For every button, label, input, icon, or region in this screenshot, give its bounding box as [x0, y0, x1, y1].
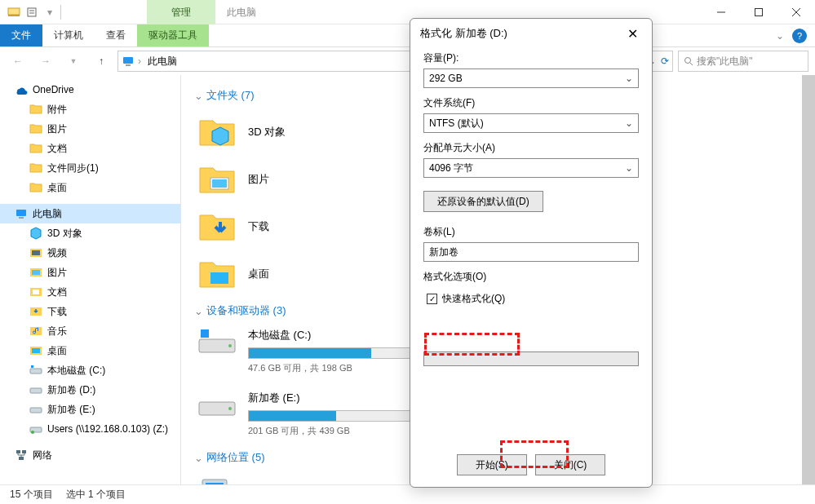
breadcrumb-thispc[interactable]: 此电脑: [144, 53, 180, 70]
sidebar-thispc[interactable]: 此电脑: [0, 204, 180, 223]
sidebar-item-label: 文件同步(1): [47, 161, 99, 175]
sidebar-item-label: 下载: [47, 305, 67, 319]
properties-icon[interactable]: [24, 5, 39, 20]
allocation-select[interactable]: 4096 字节⌄: [423, 158, 639, 178]
sidebar-item-label: 新加卷 (D:): [47, 383, 95, 397]
volume-label: 卷标(L): [423, 225, 639, 239]
sidebar-item-drive-d[interactable]: 新加卷 (D:): [0, 380, 180, 400]
chevron-down-icon: ⌄: [194, 305, 203, 317]
svg-rect-0: [8, 8, 20, 15]
qat-dropdown-icon[interactable]: ▾: [42, 5, 57, 20]
navigation-pane[interactable]: OneDrive 附件 图片 文档 文件同步(1) 桌面 此电脑 3D 对象 视…: [0, 75, 181, 484]
svg-rect-20: [33, 290, 39, 294]
restore-defaults-button[interactable]: 还原设备的默认值(D): [423, 191, 543, 212]
svg-rect-26: [31, 365, 33, 368]
drive-icon: [29, 383, 42, 396]
tab-computer[interactable]: 计算机: [42, 24, 95, 46]
svg-rect-6: [755, 8, 763, 15]
status-selected-count: 选中 1 个项目: [66, 488, 126, 502]
sidebar-item-videos[interactable]: 视频: [0, 243, 180, 263]
folder-icon: [29, 142, 42, 155]
title-bar: ▾: [0, 0, 815, 24]
sidebar-item-label: 附件: [47, 103, 67, 117]
chevron-down-icon: ⌄: [194, 90, 203, 102]
minimize-button[interactable]: [702, 0, 740, 24]
sidebar-item-label: 桌面: [47, 181, 67, 195]
ribbon-context-title-manage: 管理: [147, 0, 215, 24]
sidebar-item-pictures-od[interactable]: 图片: [0, 119, 180, 139]
forward-button[interactable]: →: [34, 50, 57, 73]
sidebar-item-downloads[interactable]: 下载: [0, 302, 180, 321]
sidebar-item-music[interactable]: 音乐: [0, 321, 180, 341]
sidebar-item-documents-od[interactable]: 文档: [0, 139, 180, 158]
svg-rect-18: [32, 270, 40, 275]
folder-icon: [29, 122, 42, 135]
svg-rect-38: [201, 329, 209, 338]
svg-line-12: [690, 63, 693, 65]
volume-value: 新加卷: [429, 245, 458, 259]
desktop-icon: [29, 344, 42, 357]
tab-file[interactable]: 文件: [0, 24, 42, 46]
network-icon: [15, 449, 28, 462]
svg-rect-33: [19, 457, 24, 460]
sidebar-item-documents[interactable]: 文档: [0, 282, 180, 302]
chevron-down-icon: ⌄: [194, 452, 203, 464]
filesystem-select[interactable]: NTFS (默认)⌄: [423, 113, 639, 133]
search-placeholder: 搜索"此电脑": [697, 55, 753, 69]
sidebar-item-3dobjects[interactable]: 3D 对象: [0, 223, 180, 243]
folder-label: 图片: [248, 172, 269, 187]
sidebar-item-label: 视频: [47, 246, 67, 260]
sidebar-item-pictures[interactable]: 图片: [0, 263, 180, 282]
sidebar-item-label: 3D 对象: [47, 227, 82, 241]
video-icon: [29, 246, 42, 259]
dialog-close-button[interactable]: ✕: [622, 24, 642, 43]
svg-rect-32: [22, 450, 26, 453]
document-icon: [29, 285, 42, 298]
sidebar-item-label: 文档: [47, 142, 67, 156]
sidebar-item-label: Users (\\192.168.0.103) (Z:): [47, 423, 168, 435]
close-button[interactable]: [777, 0, 815, 24]
quick-format-row[interactable]: ✓ 快速格式化(Q): [423, 287, 639, 311]
ribbon-context-thispc: 此电脑: [215, 2, 268, 23]
sidebar-item-drive-z[interactable]: Users (\\192.168.0.103) (Z:): [0, 419, 180, 439]
quick-format-checkbox[interactable]: ✓: [427, 294, 437, 304]
help-icon[interactable]: ?: [792, 29, 807, 43]
svg-rect-35: [212, 179, 227, 188]
refresh-icon[interactable]: ⟳: [661, 55, 669, 67]
svg-rect-9: [123, 57, 133, 64]
start-button[interactable]: 开始(S): [457, 454, 527, 475]
dialog-footer: 开始(S) 关闭(C): [410, 443, 652, 487]
recent-locations-button[interactable]: ▼: [62, 50, 85, 73]
svg-rect-2: [28, 8, 36, 16]
tab-view[interactable]: 查看: [95, 24, 137, 46]
scrollbar[interactable]: [802, 75, 815, 484]
sidebar-item-drive-c[interactable]: 本地磁盘 (C:): [0, 360, 180, 380]
up-button[interactable]: ↑: [90, 50, 113, 73]
sidebar-item-label: 图片: [47, 122, 67, 136]
tab-driver-tools[interactable]: 驱动器工具: [137, 24, 209, 46]
capacity-select[interactable]: 292 GB⌄: [423, 69, 639, 88]
music-icon: [29, 325, 42, 338]
search-box[interactable]: 搜索"此电脑": [678, 51, 808, 72]
volume-input[interactable]: 新加卷: [423, 242, 639, 262]
sidebar-item-label: 本地磁盘 (C:): [47, 364, 105, 378]
back-button[interactable]: ←: [7, 50, 29, 73]
sidebar-item-filesync[interactable]: 文件同步(1): [0, 158, 180, 178]
close-button[interactable]: 关闭(C): [535, 454, 606, 475]
sidebar-item-label: 文档: [47, 285, 67, 299]
maximize-button[interactable]: [740, 0, 777, 24]
sidebar-item-label: OneDrive: [33, 84, 74, 95]
sidebar-item-desktop-od[interactable]: 桌面: [0, 178, 180, 197]
sidebar-item-attachments[interactable]: 附件: [0, 99, 180, 119]
drive-usage-bar: [248, 410, 411, 422]
sidebar-onedrive[interactable]: OneDrive: [0, 80, 180, 99]
ribbon-expand-icon[interactable]: ⌄: [776, 30, 784, 42]
capacity-value: 292 GB: [429, 73, 463, 84]
sidebar-item-desktop[interactable]: 桌面: [0, 341, 180, 360]
folder-icon: [29, 161, 42, 175]
sidebar-item-label: 音乐: [47, 325, 67, 338]
location-icon: [122, 55, 135, 68]
sidebar-item-drive-e[interactable]: 新加卷 (E:): [0, 400, 180, 419]
svg-rect-16: [32, 250, 40, 255]
sidebar-network[interactable]: 网络: [0, 445, 180, 465]
